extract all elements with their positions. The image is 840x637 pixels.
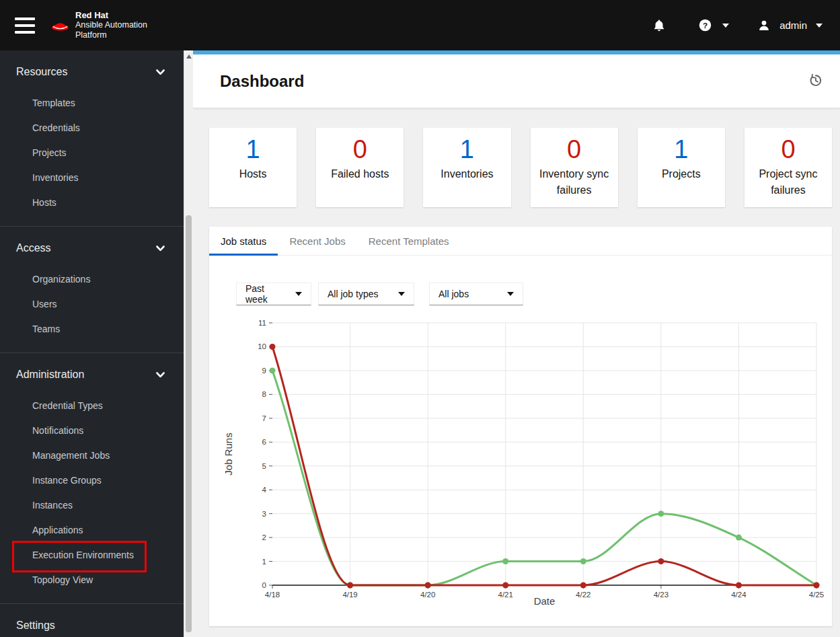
card-value: 1 [674, 133, 688, 165]
svg-text:5: 5 [262, 462, 266, 470]
sidebar-item-hosts[interactable]: Hosts [0, 190, 184, 215]
scrollbar-thumb[interactable] [186, 215, 192, 632]
dashboard-tabs: Job statusRecent JobsRecent Templates [209, 227, 832, 256]
sidebar-item-topology-view[interactable]: Topology View [0, 567, 184, 592]
svg-text:7: 7 [262, 414, 266, 422]
menu-icon [15, 17, 35, 20]
svg-text:4/23: 4/23 [654, 591, 669, 599]
sidebar-item-label: Templates [32, 98, 75, 108]
svg-text:11: 11 [258, 319, 266, 327]
card-value: 1 [460, 133, 474, 165]
sidebar-section-access[interactable]: Access [0, 236, 184, 260]
caret-down-icon [816, 24, 823, 28]
x-axis-label: Date [534, 595, 556, 607]
section-label: Administration [16, 369, 84, 381]
svg-text:2: 2 [262, 533, 266, 541]
sidebar-section-administration[interactable]: Administration [0, 363, 184, 387]
y-axis-label: Job Runs [223, 433, 234, 475]
sidebar-item-templates[interactable]: Templates [0, 90, 184, 115]
sidebar-item-credential-types[interactable]: Credential Types [0, 393, 184, 418]
nav-toggle-button[interactable] [15, 17, 35, 34]
brand-logo[interactable]: Red Hat Ansible Automation Platform [51, 11, 147, 40]
bell-icon [652, 18, 666, 32]
chart-wrap: 012345678910114/184/194/204/214/224/234/… [209, 313, 832, 625]
summary-card-inventories[interactable]: 1Inventories [423, 128, 510, 207]
summary-card-project-sync-failures[interactable]: 0Project sync failures [744, 128, 832, 207]
sidebar-item-label: Inventories [32, 172, 78, 183]
page-title: Dashboard [220, 72, 304, 91]
scrollbar-up-arrow-icon[interactable] [186, 54, 192, 59]
notifications-button[interactable] [652, 18, 666, 32]
job-filter[interactable]: All jobs [429, 283, 523, 305]
job-type-filter[interactable]: All job types [318, 283, 414, 305]
sidebar-item-applications[interactable]: Applications [0, 517, 184, 542]
masthead: Red Hat Ansible Automation Platform ? ad… [0, 0, 840, 50]
tab-recent-jobs[interactable]: Recent Jobs [278, 227, 356, 255]
page-header: Dashboard [193, 54, 840, 108]
svg-text:4/21: 4/21 [498, 591, 513, 599]
brand-line2: Ansible Automation [75, 20, 147, 30]
period-filter[interactable]: Past week [236, 283, 311, 305]
sidebar-item-instance-groups[interactable]: Instance Groups [0, 467, 184, 492]
summary-card-failed-hosts[interactable]: 0Failed hosts [316, 128, 404, 207]
sidebar-item-inventories[interactable]: Inventories [0, 165, 184, 190]
question-circle-icon: ? [698, 18, 712, 32]
sidebar-item-organizations[interactable]: Organizations [0, 266, 184, 291]
sidebar-item-execution-environments[interactable]: Execution Environments [0, 542, 184, 567]
svg-text:8: 8 [262, 390, 266, 398]
sidebar-item-label: Credential Types [32, 400, 103, 411]
svg-text:1: 1 [262, 558, 266, 566]
section-label: Settings [16, 620, 55, 632]
sidebar-item-label: Management Jobs [32, 450, 110, 461]
tab-recent-templates[interactable]: Recent Templates [357, 227, 461, 255]
summary-card-inventory-sync-failures[interactable]: 0Inventory sync failures [531, 128, 618, 207]
nav-items: Credential TypesNotificationsManagement … [0, 393, 184, 592]
card-label: Inventories [441, 166, 493, 182]
user-icon [757, 19, 771, 32]
tab-job-status[interactable]: Job status [209, 227, 278, 255]
sidebar-item-notifications[interactable]: Notifications [0, 418, 184, 443]
card-value: 0 [353, 133, 367, 165]
help-menu-button[interactable]: ? [698, 18, 729, 32]
sidebar-item-management-jobs[interactable]: Management Jobs [0, 443, 184, 467]
sidebar-item-label: Teams [32, 324, 60, 334]
chevron-down-icon [156, 69, 165, 75]
nav-section-access: AccessOrganizationsUsersTeams [0, 226, 184, 352]
card-label: Inventory sync failures [537, 166, 611, 198]
card-value: 0 [567, 133, 581, 165]
nav-items: OrganizationsUsersTeams [0, 266, 184, 341]
summary-card-projects[interactable]: 1Projects [638, 128, 725, 207]
summary-card-hosts[interactable]: 1Hosts [209, 128, 297, 207]
refresh-history-button[interactable] [806, 71, 824, 91]
chart-filters: Past weekAll job typesAll jobs [236, 283, 832, 305]
sidebar-item-users[interactable]: Users [0, 291, 184, 316]
caret-down-icon [398, 292, 405, 296]
user-menu-button[interactable]: admin [757, 19, 827, 32]
nav-section-settings: Settings [0, 603, 184, 637]
brand-text: Red Hat Ansible Automation Platform [75, 11, 147, 40]
card-label: Failed hosts [331, 166, 389, 182]
sidebar-item-label: Topology View [32, 574, 93, 585]
svg-text:10: 10 [258, 342, 266, 350]
section-label: Access [16, 242, 51, 254]
sidebar-section-settings[interactable]: Settings [0, 613, 184, 637]
svg-text:6: 6 [262, 438, 266, 446]
sidebar-item-label: Users [32, 299, 57, 309]
sidebar-item-instances[interactable]: Instances [0, 492, 184, 517]
sidebar-nav: ResourcesTemplatesCredentialsProjectsInv… [0, 50, 184, 637]
sidebar-item-credentials[interactable]: Credentials [0, 115, 184, 140]
sidebar-item-label: Execution Environments [32, 550, 134, 560]
sidebar-item-projects[interactable]: Projects [0, 140, 184, 165]
sidebar: ResourcesTemplatesCredentialsProjectsInv… [0, 50, 184, 637]
svg-text:?: ? [703, 21, 708, 30]
sidebar-scrollbar[interactable] [184, 50, 193, 637]
nav-items: TemplatesCredentialsProjectsInventoriesH… [0, 90, 184, 215]
brand-line1: Red Hat [75, 11, 147, 20]
sidebar-item-teams[interactable]: Teams [0, 316, 184, 341]
sidebar-item-label: Notifications [32, 425, 83, 436]
svg-text:3: 3 [262, 510, 266, 518]
section-label: Resources [16, 66, 67, 78]
sidebar-item-label: Projects [32, 147, 67, 158]
card-value: 1 [246, 133, 260, 165]
sidebar-section-resources[interactable]: Resources [0, 60, 184, 84]
